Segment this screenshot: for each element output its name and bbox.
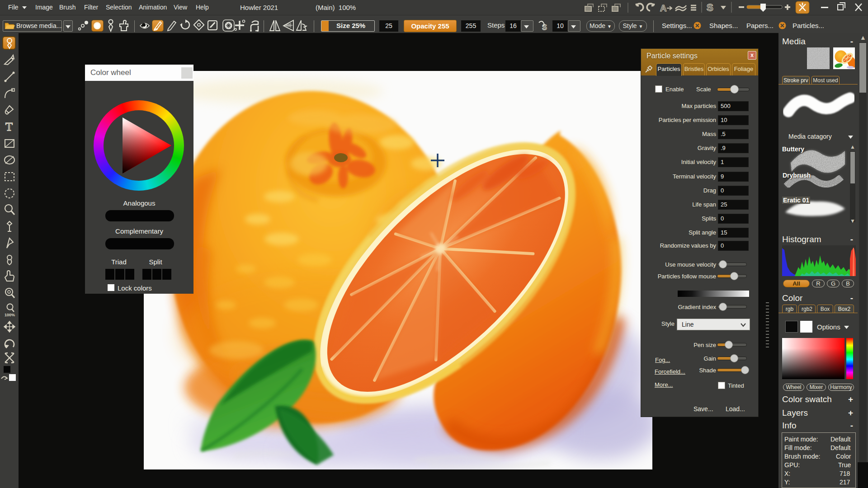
- svg-text:S: S: [542, 23, 547, 31]
- svg-text:T: T: [5, 120, 13, 133]
- svg-text:S: S: [707, 2, 713, 13]
- svg-text:100%: 100%: [5, 313, 15, 317]
- svg-text:A: A: [660, 3, 666, 13]
